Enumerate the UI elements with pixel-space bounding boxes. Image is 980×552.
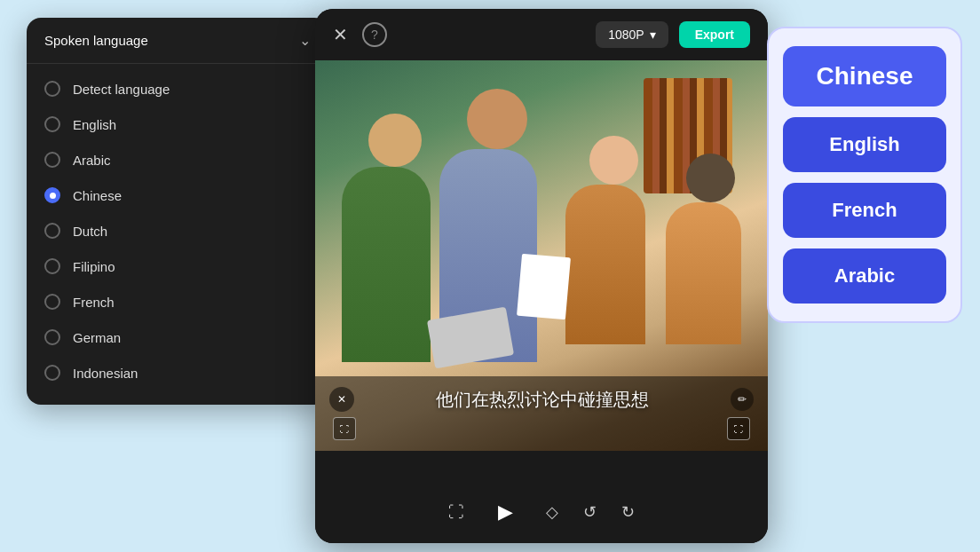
person-3	[581, 136, 645, 344]
radio-chinese	[44, 187, 60, 203]
subtitle-text: 他们在热烈讨论中碰撞思想	[436, 390, 649, 409]
radio-dutch	[44, 223, 60, 239]
language-item-german[interactable]: German	[27, 319, 328, 355]
radio-detect	[44, 81, 60, 97]
language-item-french[interactable]: French	[27, 284, 328, 319]
spoken-language-panel: Spoken language ⌄ Detect languageEnglish…	[27, 18, 328, 405]
play-button[interactable]: ▶	[489, 496, 521, 528]
subtitle-resize-left-icon[interactable]: ⛶	[333, 417, 356, 440]
chevron-down-icon[interactable]: ⌄	[299, 32, 311, 49]
toolbar-right: 1080P ▾ Export	[596, 21, 750, 48]
panel-header: Spoken language ⌄	[27, 18, 328, 64]
language-bubble-chinese[interactable]: Chinese	[783, 46, 946, 106]
subtitle-edit-icon[interactable]: ✏	[731, 388, 754, 411]
language-bubble-arabic[interactable]: Arabic	[783, 248, 946, 304]
language-item-dutch[interactable]: Dutch	[27, 213, 328, 248]
language-label-filipino: Filipino	[73, 259, 115, 274]
language-item-detect[interactable]: Detect language	[27, 71, 328, 106]
editor-toolbar: ✕ ? 1080P ▾ Export	[315, 9, 768, 60]
language-label-indonesian: Indonesian	[73, 366, 138, 381]
person-4	[679, 154, 741, 344]
subtitle-close-icon[interactable]: ✕	[329, 387, 354, 412]
close-button[interactable]: ✕	[333, 24, 348, 45]
video-area: ✕ 他们在热烈讨论中碰撞思想 ✏ ⛶ ⛶	[315, 60, 768, 451]
paper-prop	[517, 254, 571, 320]
language-label-french: French	[73, 295, 115, 310]
language-label-english: English	[73, 117, 116, 132]
toolbar-left: ✕ ?	[333, 22, 387, 47]
language-bubble-english[interactable]: English	[783, 117, 946, 172]
language-label-detect: Detect language	[73, 82, 170, 97]
language-label-arabic: Arabic	[73, 153, 111, 168]
undo-icon[interactable]: ↺	[583, 502, 597, 522]
radio-indonesian	[44, 365, 60, 381]
resolution-label: 1080P	[608, 28, 644, 42]
language-item-indonesian[interactable]: Indonesian	[27, 355, 328, 390]
person-1	[360, 114, 431, 362]
language-item-english[interactable]: English	[27, 106, 328, 142]
radio-english	[44, 116, 60, 132]
language-bubbles-panel: ChineseEnglishFrenchArabic	[767, 27, 962, 323]
radio-filipino	[44, 258, 60, 274]
video-editor-panel: ✕ ? 1080P ▾ Export	[315, 9, 768, 543]
language-list: Detect languageEnglishArabicChineseDutch…	[27, 64, 328, 405]
help-button[interactable]: ?	[362, 22, 387, 47]
magic-icon[interactable]: ◇	[546, 502, 558, 522]
language-label-chinese: Chinese	[73, 188, 122, 203]
language-item-filipino[interactable]: Filipino	[27, 248, 328, 284]
language-bubble-french[interactable]: French	[783, 183, 946, 238]
panel-title: Spoken language	[44, 33, 148, 48]
subtitle-container: ✕ 他们在热烈讨论中碰撞思想 ✏ ⛶ ⛶	[315, 376, 768, 451]
playback-controls: ⛶ ▶ ◇ ↺ ↻	[315, 487, 768, 528]
language-item-arabic[interactable]: Arabic	[27, 142, 328, 177]
radio-french	[44, 294, 60, 310]
language-label-german: German	[73, 330, 121, 345]
resolution-button[interactable]: 1080P ▾	[596, 21, 668, 48]
export-button[interactable]: Export	[679, 21, 750, 48]
redo-icon[interactable]: ↻	[621, 502, 635, 522]
fullscreen-icon[interactable]: ⛶	[448, 503, 464, 522]
subtitle-resize-right-icon[interactable]: ⛶	[727, 417, 750, 440]
language-label-dutch: Dutch	[73, 224, 107, 239]
resolution-arrow: ▾	[650, 28, 656, 42]
radio-german	[44, 329, 60, 345]
language-item-chinese[interactable]: Chinese	[27, 177, 328, 213]
video-bottom-bar: ⛶ ▶ ◇ ↺ ↻	[315, 472, 768, 543]
radio-arabic	[44, 152, 60, 168]
